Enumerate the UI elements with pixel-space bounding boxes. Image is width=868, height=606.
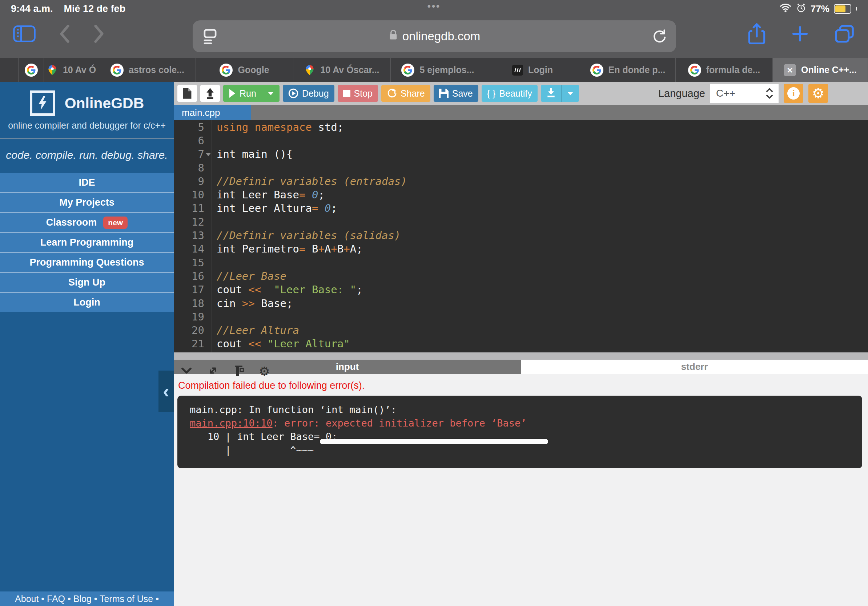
code-text: int Leer Altura= 0;: [212, 202, 337, 214]
download-button[interactable]: [541, 85, 561, 102]
code-text: int Perimetro= B+A+B+A;: [212, 243, 363, 255]
code-line[interactable]: 13//Definir variables (salidas): [174, 229, 868, 242]
browser-tab[interactable]: [0, 58, 10, 82]
stop-button[interactable]: Stop: [338, 85, 378, 102]
io-tab-bar: ⚙ input stderr: [174, 360, 868, 374]
code-line[interactable]: 16//Leer Base: [174, 269, 868, 283]
browser-tab[interactable]: [19, 58, 44, 82]
close-icon[interactable]: ×: [784, 64, 796, 76]
sidebar-item-label: Learn Programming: [40, 237, 134, 248]
sidebar-item-my-projects[interactable]: My Projects: [0, 192, 174, 212]
code-line[interactable]: 5using namespace std;: [174, 120, 868, 134]
editor-scrollbar-track[interactable]: [174, 352, 868, 360]
code-line[interactable]: 10int Leer Base= 0;: [174, 188, 868, 201]
code-line[interactable]: 7int main (){: [174, 147, 868, 161]
sidebar-footer-links[interactable]: About • FAQ • Blog • Terms of Use •: [0, 592, 174, 606]
browser-tab[interactable]: En donde p...: [580, 58, 676, 82]
line-number: 15: [174, 256, 212, 269]
forward-icon[interactable]: [93, 24, 105, 45]
maps-pin-icon: [47, 65, 58, 76]
tab-stderr[interactable]: stderr: [521, 360, 868, 374]
sidebar-item-learn-programming[interactable]: Learn Programming: [0, 232, 174, 252]
debug-button[interactable]: Debug: [283, 85, 335, 102]
browser-tab[interactable]: Google: [196, 58, 293, 82]
sidebar-item-login[interactable]: Login: [0, 292, 174, 312]
code-line[interactable]: 18cin >> Base;: [174, 297, 868, 310]
beautify-button[interactable]: { } Beautify: [482, 85, 538, 102]
browser-tab-active[interactable]: ×Online C++...: [773, 58, 868, 82]
browser-tab[interactable]: astros cole...: [99, 58, 196, 82]
io-settings-gear-icon[interactable]: ⚙: [259, 365, 270, 377]
reload-icon[interactable]: [651, 28, 667, 46]
browser-tab[interactable]: Login: [485, 58, 580, 82]
line-number: 21: [174, 337, 212, 351]
format-output-icon[interactable]: [233, 365, 244, 378]
sidebar-toggle-icon[interactable]: [12, 24, 36, 45]
code-line[interactable]: 19: [174, 310, 868, 323]
file-tab-main-cpp[interactable]: main.cpp: [174, 105, 251, 120]
tab-title: Google: [238, 65, 269, 75]
code-line[interactable]: 8: [174, 161, 868, 175]
brand-tagline: online compiler and debugger for c/c++: [0, 120, 174, 131]
code-line[interactable]: 14int Perimetro= B+A+B+A;: [174, 242, 868, 256]
code-text: int main (){: [212, 148, 293, 160]
error-location-link[interactable]: main.cpp:10:10: [190, 417, 273, 429]
code-line[interactable]: 12: [174, 215, 868, 229]
code-line[interactable]: 9//Definir variables (entradas): [174, 175, 868, 188]
google-icon: [688, 63, 701, 77]
new-file-button[interactable]: [177, 85, 197, 102]
sidebar-item-sign-up[interactable]: Sign Up: [0, 272, 174, 292]
code-line[interactable]: 17cout << "Leer Base: ";: [174, 283, 868, 297]
stop-icon: [343, 90, 350, 97]
google-icon: [401, 63, 414, 77]
new-tab-icon[interactable]: [790, 24, 810, 45]
expand-panel-icon[interactable]: [207, 365, 219, 378]
line-number: 22: [174, 351, 212, 352]
share-icon[interactable]: [747, 23, 766, 46]
fold-marker-icon[interactable]: [206, 153, 211, 156]
browser-tab[interactable]: formula de...: [676, 58, 773, 82]
tabs-overview-icon[interactable]: [834, 24, 855, 45]
download-options-button[interactable]: [561, 85, 579, 102]
line-number: 19: [174, 310, 212, 323]
console-output[interactable]: main.cpp: In function ‘int main()’:main.…: [177, 396, 862, 468]
run-button[interactable]: Run: [223, 85, 262, 102]
language-select[interactable]: C++: [710, 84, 778, 103]
browser-tab[interactable]: 10 Av Óscar...: [293, 58, 391, 82]
address-bar[interactable]: onlinegdb.com: [193, 20, 676, 52]
run-options-button[interactable]: [262, 85, 279, 102]
brand-logo[interactable]: OnlineGDB: [0, 90, 174, 116]
save-button[interactable]: Save: [434, 85, 478, 102]
horizontal-scroll-indicator[interactable]: [320, 439, 548, 444]
sidebar-collapse-button[interactable]: ‹: [158, 371, 174, 412]
code-line[interactable]: 20//Leer Altura: [174, 323, 868, 337]
share-button[interactable]: Share: [381, 85, 430, 102]
upload-button[interactable]: [200, 85, 220, 102]
code-text: //Leer Base: [212, 270, 287, 282]
code-icon: [512, 65, 523, 76]
code-line[interactable]: 21cout << "Leer Altura": [174, 337, 868, 351]
settings-button[interactable]: ⚙: [808, 84, 828, 103]
info-button[interactable]: i: [784, 84, 803, 103]
browser-tab[interactable]: 5 ejemplos...: [391, 58, 485, 82]
code-line[interactable]: 15: [174, 256, 868, 269]
browser-tab[interactable]: [10, 58, 19, 82]
page-settings-icon[interactable]: [202, 28, 218, 46]
multitask-dots-icon[interactable]: •••: [428, 1, 440, 12]
back-icon[interactable]: [59, 24, 71, 45]
brand-motto: code. compile. run. debug. share.: [0, 139, 174, 173]
sidebar-item-label: Login: [73, 297, 100, 308]
line-number: 16: [174, 269, 212, 283]
code-line[interactable]: 11int Leer Altura= 0;: [174, 202, 868, 215]
url-text: onlinegdb.com: [402, 29, 480, 43]
sidebar-item-ide[interactable]: IDE: [0, 173, 174, 192]
sidebar-item-programming-questions[interactable]: Programming Questions: [0, 252, 174, 272]
browser-tab[interactable]: 10 Av Ó: [44, 58, 99, 82]
sidebar-item-classroom[interactable]: Classroomnew: [0, 212, 174, 232]
code-line[interactable]: 6: [174, 134, 868, 147]
code-editor[interactable]: 5using namespace std;67int main (){89//D…: [174, 120, 868, 352]
code-text: //Definir variables (salidas): [212, 229, 401, 241]
collapse-panel-icon[interactable]: [180, 365, 193, 377]
sidebar-item-label: My Projects: [59, 197, 115, 208]
google-icon: [110, 63, 124, 77]
